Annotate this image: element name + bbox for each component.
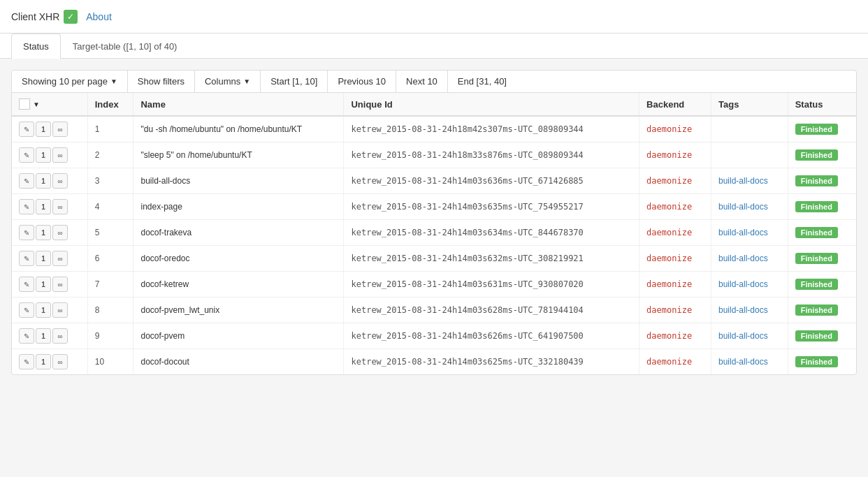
top-bar: Client XHR ✓ About <box>0 0 868 34</box>
edit-button[interactable]: ✎ <box>19 122 34 137</box>
edit-button[interactable]: ✎ <box>19 354 34 369</box>
count-button[interactable]: 1 <box>36 199 51 214</box>
edit-button[interactable]: ✎ <box>19 173 34 189</box>
row-tags[interactable]: build-all-docs <box>711 194 788 220</box>
count-button[interactable]: 1 <box>36 173 51 189</box>
info-button[interactable]: ∞ <box>52 354 68 369</box>
row-name: docof-ketrew <box>133 272 344 298</box>
row-unique-id: ketrew_2015-08-31-24h14m03s635ms-UTC_754… <box>344 194 639 220</box>
edit-button[interactable]: ✎ <box>19 147 34 163</box>
tag-link[interactable]: build-all-docs <box>718 279 768 289</box>
row-backend[interactable]: daemonize <box>639 116 711 142</box>
columns-button[interactable]: Columns ▼ <box>195 71 261 92</box>
backend-link[interactable]: daemonize <box>646 357 692 367</box>
row-unique-id: ketrew_2015-08-31-24h14m03s636ms-UTC_671… <box>344 168 639 194</box>
count-button[interactable]: 1 <box>36 354 51 369</box>
th-unique-id: Unique Id <box>344 93 639 116</box>
row-tags[interactable]: build-all-docs <box>711 168 788 194</box>
count-button[interactable]: 1 <box>36 147 51 163</box>
row-tags[interactable]: build-all-docs <box>711 220 788 246</box>
table-row: ✎ 1 ∞ 10docof-docoutketrew_2015-08-31-24… <box>12 349 856 375</box>
show-filters-button[interactable]: Show filters <box>128 71 195 92</box>
backend-link[interactable]: daemonize <box>646 305 692 315</box>
tag-link[interactable]: build-all-docs <box>718 331 768 341</box>
row-backend[interactable]: daemonize <box>639 220 711 246</box>
edit-button[interactable]: ✎ <box>19 251 34 266</box>
row-backend[interactable]: daemonize <box>639 298 711 323</box>
info-button[interactable]: ∞ <box>52 277 68 292</box>
count-button[interactable]: 1 <box>36 328 51 344</box>
row-tags[interactable]: build-all-docs <box>711 246 788 272</box>
edit-button[interactable]: ✎ <box>19 225 34 240</box>
row-name: "du -sh /home/ubuntu" on /home/ubuntu/KT <box>133 116 344 142</box>
backend-link[interactable]: daemonize <box>646 176 692 186</box>
row-tags[interactable]: build-all-docs <box>711 298 788 323</box>
tag-link[interactable]: build-all-docs <box>718 357 768 367</box>
tab-target-table[interactable]: Target-table ([1, 10] of 40) <box>61 34 189 59</box>
status-badge: Finished <box>795 175 838 186</box>
backend-link[interactable]: daemonize <box>646 202 692 212</box>
row-backend[interactable]: daemonize <box>639 194 711 220</box>
backend-link[interactable]: daemonize <box>646 124 692 134</box>
info-button[interactable]: ∞ <box>52 251 68 266</box>
row-backend[interactable]: daemonize <box>639 349 711 375</box>
start-button[interactable]: Start [1, 10] <box>261 71 328 92</box>
count-button[interactable]: 1 <box>36 302 51 318</box>
row-backend[interactable]: daemonize <box>639 323 711 349</box>
row-name: build-all-docs <box>133 168 344 194</box>
row-backend[interactable]: daemonize <box>639 272 711 298</box>
backend-link[interactable]: daemonize <box>646 279 692 289</box>
showing-per-page-button[interactable]: Showing 10 per page ▼ <box>12 71 128 92</box>
tag-link[interactable]: build-all-docs <box>718 228 768 237</box>
edit-button[interactable]: ✎ <box>19 302 34 318</box>
edit-button[interactable]: ✎ <box>19 328 34 344</box>
row-index: 7 <box>87 272 133 298</box>
info-button[interactable]: ∞ <box>52 199 68 214</box>
row-tags <box>711 116 788 142</box>
select-all-checkbox[interactable] <box>19 98 30 110</box>
info-button[interactable]: ∞ <box>52 302 68 318</box>
row-backend[interactable]: daemonize <box>639 142 711 168</box>
info-button[interactable]: ∞ <box>52 173 68 189</box>
row-actions-cell: ✎ 1 ∞ <box>12 142 87 168</box>
tag-link[interactable]: build-all-docs <box>718 202 768 212</box>
info-button[interactable]: ∞ <box>52 122 68 137</box>
backend-link[interactable]: daemonize <box>646 150 692 160</box>
info-button[interactable]: ∞ <box>52 328 68 344</box>
previous-button[interactable]: Previous 10 <box>328 71 396 92</box>
backend-link[interactable]: daemonize <box>646 254 692 263</box>
row-tags[interactable]: build-all-docs <box>711 349 788 375</box>
row-name: docof-pvem <box>133 323 344 349</box>
backend-link[interactable]: daemonize <box>646 228 692 237</box>
th-name: Name <box>133 93 344 116</box>
count-button[interactable]: 1 <box>36 225 51 240</box>
info-button[interactable]: ∞ <box>52 147 68 163</box>
edit-button[interactable]: ✎ <box>19 277 34 292</box>
row-backend[interactable]: daemonize <box>639 246 711 272</box>
next-button[interactable]: Next 10 <box>396 71 448 92</box>
row-tags[interactable]: build-all-docs <box>711 323 788 349</box>
count-button[interactable]: 1 <box>36 122 51 137</box>
info-button[interactable]: ∞ <box>52 225 68 240</box>
th-index: Index <box>87 93 133 116</box>
row-unique-id: ketrew_2015-08-31-24h14m03s634ms-UTC_844… <box>344 220 639 246</box>
edit-button[interactable]: ✎ <box>19 199 34 214</box>
row-status: Finished <box>788 194 856 220</box>
backend-link[interactable]: daemonize <box>646 331 692 341</box>
tag-link[interactable]: build-all-docs <box>718 254 768 263</box>
tag-link[interactable]: build-all-docs <box>718 176 768 186</box>
tag-link[interactable]: build-all-docs <box>718 305 768 315</box>
row-actions-cell: ✎ 1 ∞ <box>12 323 87 349</box>
row-index: 10 <box>87 349 133 375</box>
count-button[interactable]: 1 <box>36 277 51 292</box>
data-table: ▼ Index Name Unique Id Backend Tags Stat… <box>12 93 856 374</box>
about-link[interactable]: About <box>86 11 112 22</box>
th-status: Status <box>788 93 856 116</box>
tab-status[interactable]: Status <box>11 34 61 59</box>
row-backend[interactable]: daemonize <box>639 168 711 194</box>
row-tags[interactable]: build-all-docs <box>711 272 788 298</box>
row-status: Finished <box>788 142 856 168</box>
count-button[interactable]: 1 <box>36 251 51 266</box>
row-actions-cell: ✎ 1 ∞ <box>12 349 87 375</box>
end-button[interactable]: End [31, 40] <box>448 71 516 92</box>
